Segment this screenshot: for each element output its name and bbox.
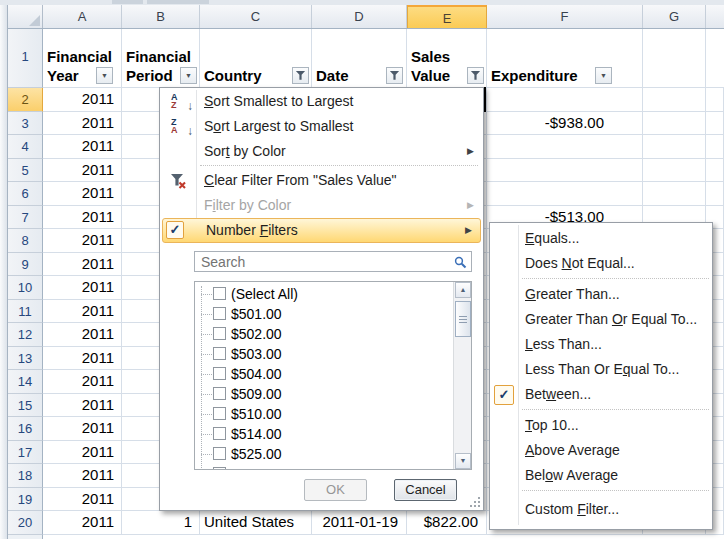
resize-grip[interactable] [468,495,480,507]
scroll-up-button[interactable]: ▲ [455,282,471,298]
list-item--525-00[interactable]: $525.00 [197,444,451,464]
list-item-partial[interactable] [197,464,451,470]
filter-funnel-button-country[interactable] [292,67,309,84]
row-header-17[interactable]: 17 [8,441,43,465]
cell-C20[interactable]: United States [200,511,312,535]
column-header-H-partial[interactable] [706,5,724,28]
list-item--504-00[interactable]: $504.00 [197,364,451,384]
list-item--502-00[interactable]: $502.00 [197,324,451,344]
submenu-item-equals[interactable]: Equals... [491,226,711,251]
checkbox[interactable] [213,307,226,320]
submenu-item-greater-than-or-equal-to[interactable]: Greater Than Or Equal To... [491,307,711,332]
filter-dropdown-button-expenditure[interactable]: ▼ [595,67,612,84]
cell-H2[interactable] [706,88,724,112]
checkbox[interactable] [213,347,226,360]
row-header-1[interactable]: 1 [8,29,43,88]
submenu-item-does-not-equal[interactable]: Does Not Equal... [491,251,711,276]
list-item--503-00[interactable]: $503.00 [197,344,451,364]
cell-E20[interactable]: $822.00 [407,511,487,535]
column-header-D[interactable]: D [312,5,407,28]
cell-A7[interactable]: 2011 [43,206,122,230]
list-item--514-00[interactable]: $514.00 [197,424,451,444]
row-header-11[interactable]: 11 [8,300,43,324]
row-header-10[interactable]: 10 [8,276,43,300]
column-header-B[interactable]: B [122,5,200,28]
column-header-G[interactable]: G [643,5,706,28]
filter-dropdown-button-financial-year[interactable]: ▼ [96,67,113,84]
cell-H4[interactable] [706,135,724,159]
filter-values-list[interactable]: (Select All)$501.00$502.00$503.00$504.00… [194,281,472,470]
cell-F6[interactable] [487,182,643,206]
list-item--510-00[interactable]: $510.00 [197,404,451,424]
select-all-corner[interactable] [8,5,43,28]
row-header-6[interactable]: 6 [8,182,43,206]
menu-item-clear-filter[interactable]: Clear Filter From "Sales Value" [161,168,482,193]
submenu-item-below-average[interactable]: Below Average [491,463,711,488]
cell-F4[interactable] [487,135,643,159]
row-header-19[interactable]: 19 [8,488,43,512]
search-icon[interactable] [454,255,467,273]
row-header-7[interactable]: 7 [8,206,43,230]
cell-G2[interactable] [643,88,706,112]
menu-item-sort-largest-to-smallest[interactable]: Z A ↓ Sort Largest to Smallest [161,114,482,139]
checkbox[interactable] [213,387,226,400]
cell-G5[interactable] [643,159,706,183]
search-input[interactable]: Search [194,251,472,272]
cell-B20[interactable]: 1 [122,511,200,535]
submenu-item-custom-filter[interactable]: Custom Filter... [491,497,711,522]
ok-button[interactable]: OK [304,479,367,501]
row-header-12[interactable]: 12 [8,323,43,347]
cell-H3[interactable] [706,112,724,136]
cell-A2[interactable]: 2011 [43,88,122,112]
cancel-button[interactable]: Cancel [394,479,457,501]
cell-A17[interactable]: 2011 [43,441,122,465]
row-header-9[interactable]: 9 [8,253,43,277]
submenu-item-less-than-or-equal-to[interactable]: Less Than Or Equal To... [491,357,711,382]
cell-A12[interactable]: 2011 [43,323,122,347]
column-header-C[interactable]: C [200,5,312,28]
row-header-20[interactable]: 20 [8,511,43,535]
scroll-down-button[interactable]: ▼ [455,453,471,469]
cell-F2[interactable] [487,88,643,112]
cell-A9[interactable]: 2011 [43,253,122,277]
checkbox[interactable] [213,467,226,470]
cell-H6[interactable] [706,182,724,206]
cell-A10[interactable]: 2011 [43,276,122,300]
cell-A5[interactable]: 2011 [43,159,122,183]
cell-A20[interactable]: 2011 [43,511,122,535]
row-header-5[interactable]: 5 [8,159,43,183]
cell-F3[interactable]: -$938.00 [487,112,643,136]
row-header-15[interactable]: 15 [8,394,43,418]
cell-A3[interactable]: 2011 [43,112,122,136]
cell-G3[interactable] [643,112,706,136]
cell-A6[interactable]: 2011 [43,182,122,206]
header-cell-expenditure[interactable]: Expenditure ▼ [487,29,643,88]
cell-A14[interactable]: 2011 [43,370,122,394]
filter-dropdown-button-financial-period[interactable]: ▼ [180,67,197,84]
submenu-item-between[interactable]: Between... [491,382,711,407]
checkbox[interactable] [213,447,226,460]
header-cell-H1-partial[interactable] [706,29,724,88]
cell-G4[interactable] [643,135,706,159]
submenu-item-less-than[interactable]: Less Than... [491,332,711,357]
row-header-14[interactable]: 14 [8,370,43,394]
filter-funnel-button-sales-value[interactable] [467,67,484,84]
cell-F5[interactable] [487,159,643,183]
cell-A16[interactable]: 2011 [43,417,122,441]
column-header-F[interactable]: F [487,5,643,28]
cell-A4[interactable]: 2011 [43,135,122,159]
menu-item-sort-smallest-to-largest[interactable]: A Z ↓ Sort Smallest to Largest [161,89,482,114]
cell-D20[interactable]: 2011-01-19 [312,511,407,535]
row-header-16[interactable]: 16 [8,417,43,441]
list-item--509-00[interactable]: $509.00 [197,384,451,404]
list-item--501-00[interactable]: $501.00 [197,304,451,324]
cell-H5[interactable] [706,159,724,183]
cell-A11[interactable]: 2011 [43,300,122,324]
row-header-18[interactable]: 18 [8,464,43,488]
header-cell-G1[interactable] [643,29,706,88]
menu-item-number-filters[interactable]: ✓ Number Filters ▶ [162,218,481,243]
checkbox[interactable] [213,367,226,380]
cell-G6[interactable] [643,182,706,206]
filter-funnel-button-date[interactable] [386,67,403,84]
checkbox[interactable] [213,427,226,440]
